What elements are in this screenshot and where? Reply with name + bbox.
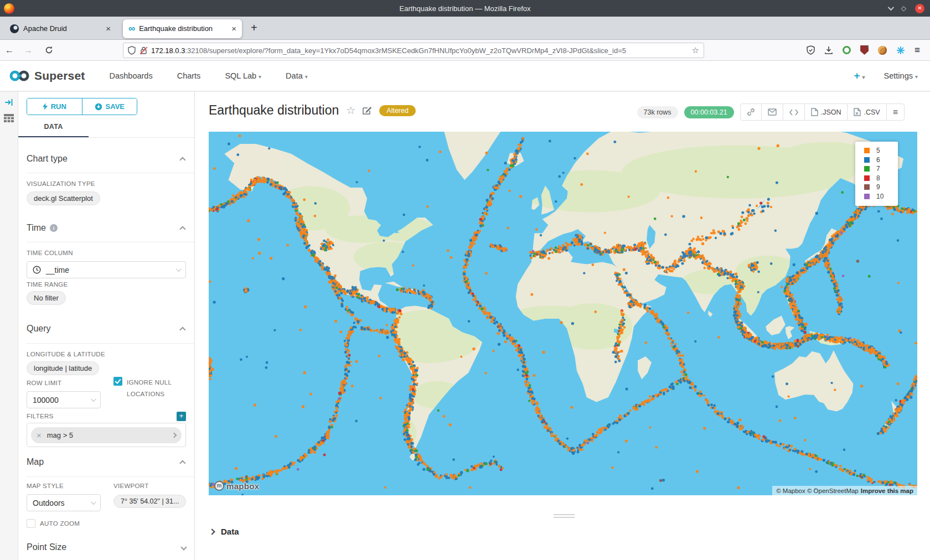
nav-data[interactable]: Data▾: [286, 71, 308, 80]
add-filter-button[interactable]: +: [177, 412, 186, 421]
window-title: Earthquake distribution — Mozilla Firefo…: [0, 4, 930, 13]
email-button[interactable]: [762, 104, 783, 120]
chevron-down-icon: [180, 544, 187, 550]
shield-icon[interactable]: [128, 46, 136, 55]
url-bar[interactable]: 172.18.0.3:32108/superset/explore/?form_…: [123, 43, 704, 58]
extension-privacy-icon[interactable]: [843, 46, 851, 54]
superset-navbar: Superset Dashboards Charts SQL Lab▾ Data…: [0, 61, 930, 92]
row-limit-select[interactable]: 100000: [27, 391, 101, 408]
save-circle-icon: [95, 103, 102, 111]
nav-sql-lab[interactable]: SQL Lab▾: [225, 71, 261, 80]
bookmark-star-icon[interactable]: ☆: [692, 45, 699, 55]
chevron-up-icon: [179, 157, 185, 163]
chevron-down-icon: [176, 266, 182, 272]
tab-close-icon[interactable]: ×: [231, 24, 236, 33]
data-panel-toggle[interactable]: Data: [210, 527, 239, 536]
tab-data[interactable]: DATA: [18, 123, 89, 131]
tab-apache-druid[interactable]: Apache Druid ×: [4, 19, 116, 38]
copy-link-button[interactable]: [741, 104, 762, 120]
download-icon[interactable]: [824, 46, 833, 55]
protections-shield-icon[interactable]: [807, 45, 815, 55]
insecure-lock-icon[interactable]: [140, 46, 148, 55]
export-csv-button[interactable]: .CSV: [848, 104, 886, 120]
viz-type-pill[interactable]: deck.gl Scatterplot: [27, 191, 100, 205]
panel-resize-handle[interactable]: [554, 514, 575, 520]
menu-icon: ≡: [893, 107, 898, 117]
left-rail: [0, 92, 18, 560]
forward-icon[interactable]: →: [19, 45, 38, 55]
section-point-size[interactable]: Point Size: [27, 542, 186, 552]
map-legend: 5678910: [855, 142, 898, 206]
firefox-menu-icon[interactable]: ≡: [914, 45, 920, 56]
chart-menu-button[interactable]: ≡: [887, 104, 904, 120]
lonlat-pill[interactable]: longitude | latitude: [27, 361, 99, 375]
close-window-icon[interactable]: ✕: [915, 4, 924, 13]
nav-dashboards[interactable]: Dashboards: [109, 71, 152, 80]
rowcount-badge: 73k rows: [637, 106, 678, 118]
ublock-icon[interactable]: 2: [860, 45, 869, 55]
export-json-button[interactable]: .JSON: [805, 104, 848, 120]
remove-filter-icon[interactable]: ×: [37, 431, 42, 440]
reload-icon[interactable]: [44, 45, 54, 55]
altered-badge: Altered: [379, 105, 416, 116]
envelope-icon: [768, 108, 777, 116]
chart-title: Earthquake distribution: [209, 103, 339, 118]
control-panel: RUN SAVE DATA Chart type VISUALIZATION T…: [18, 92, 195, 560]
edit-icon[interactable]: [363, 106, 372, 115]
legend-label: 9: [876, 183, 880, 191]
mapbox-logo[interactable]: m mapbox: [214, 481, 259, 491]
superset-brand[interactable]: Superset: [9, 69, 85, 82]
tab-earthquake-distribution[interactable]: ∞ Earthquake distribution ×: [123, 19, 242, 38]
tab-close-icon[interactable]: ×: [106, 24, 111, 33]
filter-pill[interactable]: × mag > 5: [31, 427, 182, 443]
window-titlebar: Earthquake distribution — Mozilla Firefo…: [0, 0, 930, 17]
map-attribution: © Mapbox © OpenStreetMap Improve this ma…: [772, 486, 917, 495]
save-button[interactable]: SAVE: [82, 98, 137, 115]
add-new-button[interactable]: +▾: [854, 70, 865, 82]
section-chart-type[interactable]: Chart type: [27, 154, 186, 164]
settings-menu[interactable]: Settings▾: [884, 71, 918, 80]
ignore-null-checkbox-row[interactable]: IGNORE NULL LOCATIONS: [113, 377, 186, 400]
legend-row: 9: [864, 183, 898, 192]
back-icon[interactable]: ←: [0, 45, 19, 55]
checkbox-checked-icon[interactable]: [113, 377, 122, 386]
legend-swatch: [864, 157, 870, 163]
legend-label: 10: [876, 193, 884, 200]
auto-zoom-checkbox-row[interactable]: AUTO ZOOM: [27, 518, 186, 530]
mapbox-icon: m: [214, 481, 224, 491]
file-icon: [811, 108, 818, 116]
section-query[interactable]: Query: [27, 324, 186, 334]
checkbox-unchecked-icon[interactable]: [27, 519, 35, 528]
snowflake-extension-icon[interactable]: [896, 46, 905, 55]
cookie-extension-icon[interactable]: [878, 46, 887, 55]
time-range-pill[interactable]: No filter: [27, 291, 66, 305]
improve-map-link[interactable]: Improve this map: [861, 488, 913, 494]
extension-badge: 2: [867, 43, 872, 48]
nav-charts[interactable]: Charts: [177, 71, 201, 80]
filters-label: FILTERS: [27, 413, 186, 419]
chart-actions-group: .JSON .CSV ≡: [740, 103, 905, 121]
visualization-type-label: VISUALIZATION TYPE: [27, 180, 186, 187]
auto-zoom-label: AUTO ZOOM: [40, 518, 80, 530]
favorite-star-icon[interactable]: ☆: [346, 104, 355, 117]
url-path: :32108/superset/explore/?form_data_key=1…: [185, 46, 626, 55]
section-map[interactable]: Map: [27, 457, 186, 467]
deckgl-scatterplot-map[interactable]: 5678910 m mapbox © Mapbox © OpenStreetMa…: [209, 132, 917, 495]
new-tab-button[interactable]: +: [251, 22, 257, 34]
legend-label: 7: [876, 165, 880, 173]
browser-tabstrip: Apache Druid × ∞ Earthquake distribution…: [0, 17, 930, 40]
url-text[interactable]: 172.18.0.3:32108/superset/explore/?form_…: [151, 46, 688, 55]
time-column-select[interactable]: __time: [27, 261, 186, 278]
run-button[interactable]: RUN: [27, 98, 82, 115]
filter-value: mag > 5: [47, 431, 73, 439]
viewport-pill[interactable]: 7° 35' 54.02" | 31...: [113, 495, 186, 508]
collapse-panel-icon[interactable]: [4, 98, 13, 106]
dataset-grid-icon[interactable]: [4, 114, 14, 123]
embed-code-button[interactable]: [783, 104, 805, 120]
attribution-text[interactable]: © Mapbox © OpenStreetMap: [776, 488, 859, 494]
maximize-icon[interactable]: ◇: [901, 4, 906, 12]
minimize-icon[interactable]: [888, 4, 894, 11]
section-time[interactable]: Timei: [27, 223, 186, 233]
url-host: 172.18.0.3: [151, 46, 185, 55]
map-style-select[interactable]: Outdoors: [27, 494, 101, 511]
